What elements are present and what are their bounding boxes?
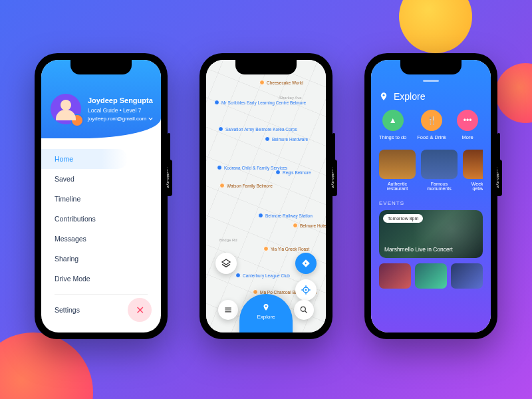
card-thumb (379, 150, 416, 179)
card-thumb (421, 150, 458, 179)
event-title: Marshmello Live in Concert (384, 246, 453, 253)
poi-pin-icon (218, 126, 223, 132)
sidebar-item-saved[interactable]: Saved (41, 169, 161, 189)
device-notch (70, 60, 132, 74)
poi-pin-icon (217, 165, 222, 170)
svg-point-2 (301, 307, 305, 311)
road-label: Bridge Rd (219, 238, 237, 242)
poi-pin-icon (259, 80, 265, 85)
map-poi[interactable]: Belmore Hotel (293, 223, 326, 228)
poi-pin-icon (293, 223, 298, 228)
event-thumbnails[interactable] (379, 263, 483, 289)
device-notch (235, 60, 297, 74)
svg-point-1 (305, 289, 307, 291)
sidebar-item-contributions[interactable]: Contributions (41, 209, 161, 229)
sidebar-item-drive-mode[interactable]: Drive Mode (41, 269, 161, 289)
map-poi[interactable]: Yia Yia Greek Roast (263, 246, 309, 251)
bg-decor-yellow (399, 0, 472, 53)
poi-label: Salvation Army Belmore Korea Corps (225, 127, 297, 132)
poi-pin-icon (219, 183, 225, 188)
sidebar-item-timeline[interactable]: Timeline (41, 189, 161, 209)
event-thumb[interactable] (379, 263, 411, 289)
card-label: Famous monuments (421, 182, 458, 191)
event-thumb[interactable] (415, 263, 447, 289)
category-icon: ••• (457, 110, 478, 131)
hamburger-icon (223, 305, 233, 315)
category-food-drink[interactable]: 🍴Food & Drink (417, 110, 446, 140)
user-email: joydeep.roni@gmail.com (88, 115, 146, 123)
explore-card[interactable]: Authentic restaurant (379, 150, 416, 191)
explore-label: Explore (257, 314, 275, 320)
menu-button[interactable] (218, 300, 238, 320)
explore-card[interactable]: Famous monuments (421, 150, 458, 191)
poi-pin-icon (265, 136, 270, 142)
poi-label: Mr Scribbles Early Learning Centre Belmo… (221, 100, 306, 105)
sheet-handle[interactable] (423, 80, 439, 82)
screen-explore: Explore ▲Things to do🍴Food & Drink•••Mor… (371, 60, 491, 332)
menu-divider (55, 294, 148, 295)
user-email-row[interactable]: joydeep.roni@gmail.com (88, 115, 153, 123)
poi-pin-icon (214, 100, 219, 105)
close-button[interactable]: ✕ (128, 298, 152, 322)
close-icon: ✕ (136, 304, 144, 317)
poi-pin-icon (258, 213, 263, 218)
directions-button[interactable] (295, 253, 317, 274)
poi-pin-icon (275, 170, 281, 175)
map-poi[interactable]: Salvation Army Belmore Korea Corps (218, 126, 297, 132)
phone-mock-row: rotato.xyz Joydeep Sengupta Local Guide … (0, 53, 532, 339)
explore-categories: ▲Things to do🍴Food & Drink•••More (379, 110, 483, 140)
map-poi[interactable]: Belmore Hardware (265, 136, 308, 142)
layers-button[interactable] (215, 253, 237, 274)
pin-icon (262, 303, 270, 311)
map-poi[interactable]: Belmore Railway Station (258, 213, 313, 218)
layers-icon (221, 258, 231, 269)
rotato-tag: rotato.xyz (494, 160, 502, 196)
poi-label: Belmore Hardware (272, 137, 308, 142)
avatar[interactable] (51, 94, 81, 124)
rotato-tag: rotato.xyz (164, 160, 172, 196)
bg-decor-red-bottom (0, 332, 93, 399)
poi-label: Belmore Railway Station (265, 213, 313, 218)
search-button[interactable] (294, 300, 314, 320)
svg-point-3 (265, 305, 267, 307)
map-poi[interactable]: Watson Family Belmore (219, 183, 273, 188)
map-poi[interactable]: Mr Scribbles Early Learning Centre Belmo… (214, 100, 306, 105)
user-subtitle: Local Guide • Level 7 (88, 106, 153, 115)
sidebar-item-messages[interactable]: Messages (41, 229, 161, 249)
explore-title: Explore (394, 91, 425, 102)
screen-sidebar: Joydeep Sengupta Local Guide • Level 7 j… (41, 60, 161, 332)
sidebar-item-home[interactable]: Home (41, 149, 128, 169)
explore-card[interactable]: Weekend getaway (463, 150, 483, 191)
poi-label: Canterbury League Club (243, 273, 290, 278)
svg-point-4 (383, 94, 385, 96)
category-more[interactable]: •••More (457, 110, 478, 140)
rotato-tag: rotato.xyz (329, 160, 337, 196)
category-things-to-do[interactable]: ▲Things to do (379, 110, 406, 140)
directions-icon (301, 259, 311, 268)
user-name: Joydeep Sengupta (88, 95, 153, 106)
poi-label: Cheesecake World (267, 80, 303, 85)
poi-label: Yia Yia Greek Roast (271, 247, 309, 251)
poi-pin-icon (263, 246, 269, 251)
card-label: Weekend getaway (463, 182, 483, 191)
user-info: Joydeep Sengupta Local Guide • Level 7 j… (88, 95, 153, 122)
event-card[interactable]: Tomorrow 8pm Marshmello Live in Concert (379, 210, 483, 258)
sidebar-item-sharing[interactable]: Sharing (41, 249, 161, 269)
pin-icon (379, 92, 388, 101)
phone-frame-2: rotato.xyz Cheesecake WorldMr Scribbles … (200, 53, 332, 339)
map-poi[interactable]: Regis Belmore (275, 170, 311, 175)
map-poi[interactable]: Cheesecake World (259, 80, 303, 85)
category-icon: ▲ (382, 110, 404, 131)
chevron-down-icon (148, 116, 153, 121)
map-poi[interactable]: Canterbury League Club (235, 273, 290, 278)
search-icon (299, 305, 309, 315)
explore-card-row[interactable]: Authentic restaurantFamous monumentsWeek… (379, 150, 483, 191)
event-thumb[interactable] (451, 263, 483, 289)
events-label: EVENTS (379, 200, 483, 206)
card-thumb (463, 150, 483, 179)
phone-frame-1: rotato.xyz Joydeep Sengupta Local Guide … (35, 53, 168, 339)
explore-title-row: Explore (379, 91, 483, 102)
phone-frame-3: rotato.xyz Explore ▲Things to do🍴Food & … (364, 53, 497, 339)
category-label: Things to do (379, 134, 406, 140)
poi-pin-icon (235, 273, 241, 278)
